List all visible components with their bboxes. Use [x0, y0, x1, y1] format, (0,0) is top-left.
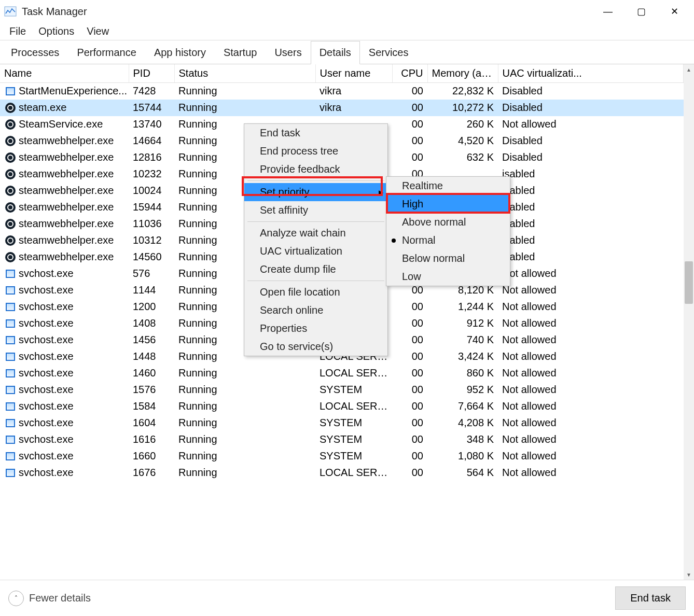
process-status: Running	[174, 431, 315, 448]
steam-icon	[4, 202, 17, 213]
process-uac: Not allowed	[498, 448, 684, 465]
context-menu-item[interactable]: Create dump file	[244, 260, 387, 278]
process-icon	[4, 335, 17, 345]
scroll-down-icon[interactable]: ▼	[684, 569, 694, 580]
context-menu-item[interactable]: End process tree	[244, 142, 387, 160]
process-memory: 860 K	[427, 365, 498, 382]
priority-menu-item[interactable]: High	[386, 195, 510, 213]
tab-users[interactable]: Users	[266, 41, 310, 64]
menu-view[interactable]: View	[81, 23, 114, 39]
process-user: vikra	[315, 83, 392, 100]
steam-icon	[4, 219, 17, 229]
table-row[interactable]: svchost.exe1460RunningLOCAL SERV...00860…	[0, 365, 684, 382]
process-pid: 10024	[129, 183, 174, 199]
process-name: svchost.exe	[19, 450, 74, 462]
tab-startup[interactable]: Startup	[215, 41, 266, 64]
table-row[interactable]: svchost.exe1676RunningLOCAL SERV...00564…	[0, 465, 684, 481]
process-pid: 1660	[129, 448, 174, 465]
context-menu-item[interactable]: Properties	[244, 319, 387, 338]
close-button[interactable]: ✕	[658, 0, 691, 23]
menu-separator	[247, 221, 384, 222]
table-row[interactable]: svchost.exe1576RunningSYSTEM00952 KNot a…	[0, 382, 684, 398]
process-pid: 10232	[129, 166, 174, 183]
process-icon	[4, 468, 17, 478]
process-pid: 11036	[129, 216, 174, 232]
col-cpu[interactable]: CPU	[392, 64, 427, 83]
priority-menu-item[interactable]: Realtime	[386, 177, 510, 195]
minimize-button[interactable]: —	[591, 0, 624, 23]
col-pid[interactable]: PID	[129, 64, 174, 83]
window-buttons: — ▢ ✕	[591, 0, 691, 23]
table-row[interactable]: svchost.exe1604RunningSYSTEM004,208 KNot…	[0, 415, 684, 431]
table-row[interactable]: steam.exe15744Runningvikra0010,272 KDisa…	[0, 100, 684, 116]
process-icon	[4, 385, 17, 395]
tabs: Processes Performance App history Startu…	[0, 40, 694, 64]
process-status: Running	[174, 83, 315, 100]
table-row[interactable]: svchost.exe1584RunningLOCAL SERV...007,6…	[0, 398, 684, 415]
context-menu-item[interactable]: Provide feedback	[244, 160, 387, 178]
col-memory[interactable]: Memory (ac...	[427, 64, 498, 83]
process-cpu: 00	[392, 465, 427, 481]
process-user: SYSTEM	[315, 415, 392, 431]
scroll-up-icon[interactable]: ▲	[684, 64, 694, 75]
tab-app-history[interactable]: App history	[145, 41, 215, 64]
context-menu[interactable]: End taskEnd process treeProvide feedback…	[244, 123, 388, 356]
process-status: Running	[174, 398, 315, 415]
tab-processes[interactable]: Processes	[2, 41, 68, 64]
process-cpu: 00	[392, 116, 427, 133]
process-icon	[4, 86, 17, 96]
col-status[interactable]: Status	[174, 64, 315, 83]
process-pid: 1448	[129, 348, 174, 365]
context-menu-item[interactable]: Search online	[244, 301, 387, 319]
process-pid: 1604	[129, 415, 174, 431]
vertical-scrollbar[interactable]: ▲ ▼	[684, 64, 694, 580]
table-row[interactable]: svchost.exe1660RunningSYSTEM001,080 KNot…	[0, 448, 684, 465]
context-menu-item[interactable]: Open file location	[244, 283, 387, 301]
process-name: steamwebhelper.exe	[19, 234, 114, 246]
process-memory: 632 K	[427, 149, 498, 166]
process-name: svchost.exe	[19, 384, 74, 396]
tab-performance[interactable]: Performance	[68, 41, 145, 64]
steam-icon	[4, 136, 17, 146]
context-menu-item[interactable]: Set priority▶	[244, 183, 387, 201]
col-uac[interactable]: UAC virtualizati...	[498, 64, 684, 83]
process-pid: 1576	[129, 382, 174, 398]
tab-details[interactable]: Details	[311, 41, 360, 64]
process-user: LOCAL SERV...	[315, 398, 392, 415]
table-row[interactable]: svchost.exe1616RunningSYSTEM00348 KNot a…	[0, 431, 684, 448]
table-row[interactable]: StartMenuExperience...7428Runningvikra00…	[0, 83, 684, 100]
menu-options[interactable]: Options	[33, 23, 79, 39]
context-menu-item[interactable]: UAC virtualization	[244, 242, 387, 260]
end-task-button[interactable]: End task	[615, 586, 686, 610]
process-pid: 13740	[129, 116, 174, 133]
priority-menu-item[interactable]: Normal	[386, 231, 510, 249]
process-uac: Not allowed	[498, 382, 684, 398]
process-uac: isabled	[498, 199, 684, 216]
context-menu-item[interactable]: Go to service(s)	[244, 338, 387, 356]
context-menu-item[interactable]: Set affinity	[244, 201, 387, 219]
scroll-thumb[interactable]	[685, 261, 693, 304]
process-user: LOCAL SERV...	[315, 465, 392, 481]
priority-submenu[interactable]: RealtimeHighAbove normalNormalBelow norm…	[386, 176, 510, 286]
app-icon	[3, 5, 18, 18]
tab-services[interactable]: Services	[360, 41, 418, 64]
priority-menu-item[interactable]: Below normal	[386, 249, 510, 268]
process-pid: 1676	[129, 465, 174, 481]
menu-file[interactable]: File	[4, 23, 31, 39]
fewer-details-label: Fewer details	[29, 592, 91, 604]
process-uac: isabled	[498, 232, 684, 249]
priority-menu-item[interactable]: Above normal	[386, 213, 510, 231]
col-name[interactable]: ˆName	[0, 64, 129, 83]
process-cpu: 00	[392, 448, 427, 465]
process-cpu: 00	[392, 365, 427, 382]
maximize-button[interactable]: ▢	[624, 0, 658, 23]
fewer-details-toggle[interactable]: ˄ Fewer details	[8, 591, 91, 606]
priority-menu-item[interactable]: Low	[386, 268, 510, 286]
process-memory: 740 K	[427, 332, 498, 348]
process-cpu: 00	[392, 332, 427, 348]
process-name: steamwebhelper.exe	[19, 218, 114, 230]
col-user[interactable]: User name	[315, 64, 392, 83]
context-menu-item[interactable]: Analyze wait chain	[244, 224, 387, 242]
process-name: svchost.exe	[19, 433, 74, 445]
context-menu-item[interactable]: End task	[244, 124, 387, 142]
